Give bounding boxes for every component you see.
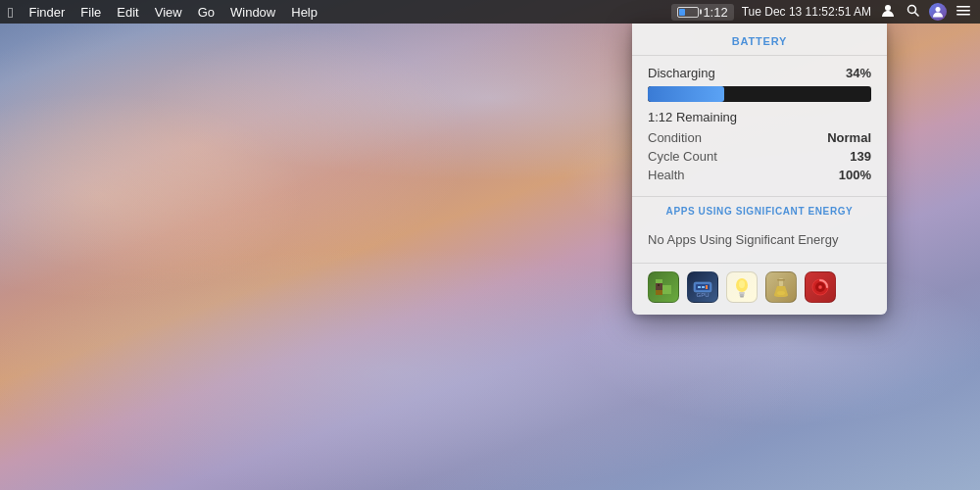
- menubar-edit[interactable]: Edit: [117, 5, 138, 20]
- svg-rect-16: [706, 285, 708, 289]
- menubar-window[interactable]: Window: [230, 5, 275, 20]
- condition-label: Condition: [648, 130, 702, 145]
- svg-point-0: [885, 5, 891, 11]
- svg-point-25: [777, 291, 785, 295]
- svg-rect-24: [777, 279, 785, 281]
- svg-point-29: [819, 286, 822, 289]
- svg-rect-20: [740, 294, 745, 296]
- svg-rect-4: [956, 6, 970, 8]
- menubar-go[interactable]: Go: [198, 5, 215, 20]
- flask-icon[interactable]: [765, 271, 797, 303]
- datetime-display: Tue Dec 13 11:52:51 AM: [742, 5, 871, 19]
- menubar-finder[interactable]: Finder: [28, 5, 65, 20]
- discharging-value: 34%: [846, 66, 871, 80]
- person-icon[interactable]: [879, 4, 897, 21]
- apps-section-title: APPS USING SIGNIFICANT ENERGY: [666, 206, 854, 217]
- battery-dropdown-panel: BATTERY Discharging 34% 1:12 Remaining C…: [632, 24, 887, 315]
- panel-header: BATTERY: [632, 24, 887, 56]
- svg-rect-21: [740, 296, 744, 298]
- disk-diag-icon[interactable]: [805, 271, 836, 303]
- svg-rect-15: [702, 286, 705, 288]
- health-label: Health: [648, 168, 685, 182]
- panel-body: Discharging 34% 1:12 Remaining Condition…: [632, 56, 887, 196]
- svg-rect-8: [656, 279, 662, 283]
- search-icon[interactable]: [905, 4, 921, 20]
- battery-time-label: 1:12: [703, 5, 727, 20]
- menubar-help[interactable]: Help: [291, 5, 318, 20]
- cycle-count-row: Cycle Count 139: [648, 149, 871, 164]
- battery-bar-fill: [648, 86, 724, 102]
- health-value: 100%: [839, 168, 871, 182]
- no-apps-container: No Apps Using Significant Energy: [632, 222, 887, 263]
- minecraft-icon[interactable]: [648, 271, 679, 303]
- app-icons-row: GPU: [632, 263, 887, 315]
- notification-center-icon[interactable]: [955, 5, 972, 20]
- svg-line-2: [915, 13, 919, 17]
- svg-rect-19: [739, 292, 745, 294]
- svg-point-3: [936, 7, 941, 12]
- desktop-background:  Finder File Edit View Go Window Help 1…: [0, 0, 980, 490]
- condition-row: Condition Normal: [648, 130, 871, 145]
- health-row: Health 100%: [648, 168, 871, 182]
- svg-rect-11: [658, 284, 660, 286]
- battery-icon: [677, 7, 699, 18]
- bulb-icon[interactable]: [726, 271, 758, 303]
- svg-text:GPU: GPU: [696, 292, 709, 298]
- svg-rect-6: [956, 14, 970, 16]
- menubar-left:  Finder File Edit View Go Window Help: [8, 4, 318, 21]
- apple-menu[interactable]: : [8, 4, 13, 21]
- svg-rect-14: [698, 286, 701, 288]
- cycle-count-label: Cycle Count: [648, 149, 717, 164]
- no-apps-text: No Apps Using Significant Energy: [648, 226, 871, 255]
- gpu-monitor-icon[interactable]: GPU: [687, 271, 718, 303]
- cycle-count-value: 139: [850, 149, 871, 164]
- user-avatar[interactable]: [929, 3, 947, 21]
- menubar-view[interactable]: View: [155, 5, 182, 20]
- battery-fill: [679, 9, 685, 16]
- svg-point-22: [739, 280, 745, 288]
- battery-menubar-indicator[interactable]: 1:12: [671, 4, 733, 21]
- svg-rect-9: [662, 285, 671, 294]
- svg-rect-5: [956, 10, 970, 12]
- menubar-file[interactable]: File: [80, 5, 101, 20]
- condition-value: Normal: [827, 130, 871, 145]
- menubar:  Finder File Edit View Go Window Help 1…: [0, 0, 980, 24]
- discharging-label: Discharging: [648, 66, 715, 80]
- panel-title: BATTERY: [732, 35, 787, 47]
- apps-section-header: APPS USING SIGNIFICANT ENERGY: [632, 196, 887, 222]
- discharging-row: Discharging 34%: [648, 66, 871, 80]
- battery-progress-bar: [648, 86, 871, 102]
- svg-rect-10: [656, 290, 662, 295]
- battery-remaining-text: 1:12 Remaining: [648, 110, 871, 124]
- menubar-right: 1:12 Tue Dec 13 11:52:51 AM: [671, 3, 972, 21]
